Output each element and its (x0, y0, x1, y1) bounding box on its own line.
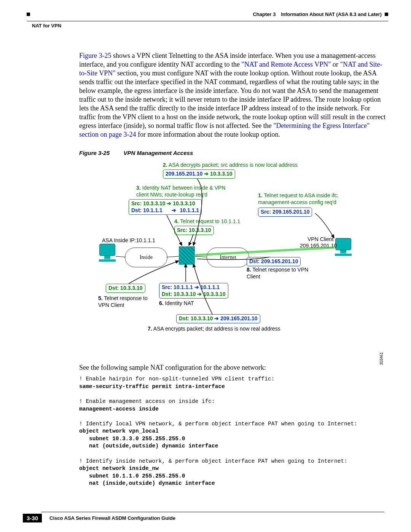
figure-caption: Figure 3-25 VPN Management Access (79, 150, 388, 156)
chapter-title: Information About NAT (ASA 8.3 and Later… (281, 11, 382, 17)
step3-label: 3. Identity NAT between inside & VPN cli… (136, 185, 235, 198)
step6-box: Src: 10.1.1.1 ➔ 10.1.1.1 Dst: 10.3.3.10 … (159, 283, 228, 299)
figure-ref-link[interactable]: Figure 3-25 (79, 52, 112, 59)
step4-label: 4. Telnet request to 10.1.1.1 (174, 218, 240, 225)
chapter-label: Chapter 3 (253, 11, 276, 17)
figure-id: 303461 (379, 352, 384, 365)
step8-box: Dst: 209.165.201.10 (247, 257, 301, 266)
vpn-client-label: VPN Client (307, 236, 333, 243)
body-paragraph: Figure 3-25 shows a VPN client Telnettin… (79, 51, 388, 139)
bullet-square-icon (27, 13, 30, 16)
step5-box: Dst: 10.3.3.10 (106, 284, 145, 293)
step7-box: Dst: 10.3.3.10 ➔ 209.165.201.10 (176, 314, 260, 323)
step3-box: Src: 10.3.3.10 ➔ 10.3.3.10 Dst: 10.1.1.1… (129, 199, 202, 215)
section-label: NAT for VPN (32, 23, 388, 29)
svg-line-1 (116, 256, 126, 257)
svg-line-3 (195, 256, 207, 257)
asa-router-icon (179, 246, 195, 265)
page-header: Chapter 3 Information About NAT (ASA 8.3… (27, 11, 388, 17)
code-block: ! Enable hairpin for non-split-tunneled … (79, 375, 388, 487)
step7-label: 7. ASA encrypts packet; dst address is n… (148, 326, 280, 332)
figure-number: Figure 3-25 (79, 150, 110, 156)
step5-label: 5. Telnet response to VPN Client (98, 295, 155, 308)
footer-title: Cisco ASA Series Firewall ASDM Configura… (49, 515, 175, 521)
internet-cloud: Internet (207, 248, 249, 267)
step8-label: 8. Telnet response to VPN Client (247, 267, 315, 280)
bullet-square-icon (385, 13, 388, 16)
inside-cloud: Inside (125, 248, 167, 267)
step6-label: 6. Identity NAT (159, 300, 194, 307)
svg-line-2 (167, 256, 179, 257)
follow-text: See the following sample NAT configurati… (79, 364, 388, 372)
step1-box: Src: 209.165.201.10 (258, 208, 312, 217)
step1-label: 1. Telnet request to ASA inside ifc; man… (258, 192, 365, 206)
vpn-client-ip: 209.165.201.10 (300, 243, 337, 249)
page-number: 3-30 (23, 514, 42, 522)
inside-pc-icon (98, 244, 116, 259)
step2-box: 209.165.201.10 ➔ 10.3.3.10 (163, 169, 235, 179)
asa-ip-label: ASA Inside IP:10.1.1.1 (102, 237, 155, 244)
vpn-figure: 2. ASA decrypts packet; src address is n… (79, 162, 384, 360)
step4-box: Src: 10.3.3.10 (174, 226, 214, 235)
figure-title: VPN Management Access (123, 150, 193, 156)
header-rule (27, 21, 388, 21)
nat-remote-link[interactable]: "NAT and Remote Access VPN" (242, 61, 331, 68)
step2-label: 2. ASA decrypts packet; src address is n… (163, 162, 298, 169)
footer: 3-30 Cisco ASA Series Firewall ASDM Conf… (23, 512, 384, 522)
